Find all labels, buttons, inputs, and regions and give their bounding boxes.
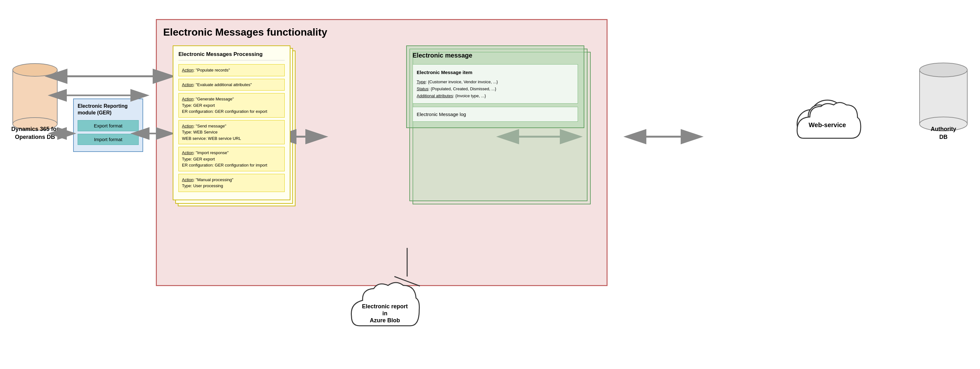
svg-text:Electronic report: Electronic report [362,303,408,310]
import-format-button[interactable]: Import format [78,134,139,145]
azure-blob-cloud: Electronic report in Azure Blob [347,280,417,332]
action-populate: Action: "Populate records" [178,64,285,76]
em-processing-stack: Electronic Messages Processing Action: "… [173,46,297,211]
er-module-title: Electronic Reporting module (GER) [78,103,139,116]
diagram-container: Dynamics 365 for Operations DB Electroni… [0,0,980,369]
em-functionality-title: Electronic Messages functionality [163,26,600,38]
action-import: Action: "Import response" Type: GER expo… [178,147,285,171]
action-send: Action: "Send message" Type: WEB Service… [178,120,285,145]
em-item-box: Electronic Message item Type: {Customer … [412,64,578,104]
dynamics-db-label: Dynamics 365 for Operations DB [10,125,60,141]
em-log-box: Electronic Message log [412,107,578,122]
authority-db: AuthorityDB [916,57,970,141]
svg-rect-10 [920,70,967,124]
processing-title: Electronic Messages Processing [178,51,285,60]
svg-point-12 [920,63,967,77]
svg-text:Web-service: Web-service [808,121,846,128]
export-format-button[interactable]: Export format [78,120,139,131]
dynamics-db: Dynamics 365 for Operations DB [10,57,60,141]
svg-point-2 [13,63,57,76]
webservice-cloud: Web-service [792,98,856,144]
action-manual: Action: "Manual processing" Type: User p… [178,174,285,192]
action-evaluate: Action: "Evaluate additional attributes" [178,79,285,91]
svg-rect-0 [13,70,57,124]
er-module: Electronic Reporting module (GER) Export… [73,98,143,152]
em-item-title: Electronic Message item [417,68,574,77]
em-message-title: Electronic message [412,52,578,59]
em-functionality-container: Electronic Messages functionality Electr… [156,19,608,286]
svg-text:in: in [382,310,387,317]
action-generate: Action: "Generate Message" Type: GER exp… [178,93,285,117]
em-message-main: Electronic message Electronic Message it… [406,46,584,128]
svg-text:Azure Blob: Azure Blob [370,317,400,323]
em-processing-card: Electronic Messages Processing Action: "… [173,46,290,200]
